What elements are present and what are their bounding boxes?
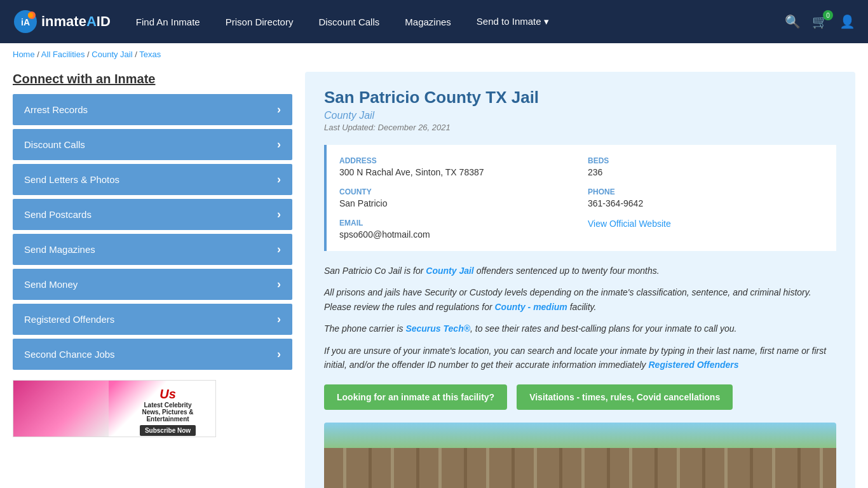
ad-line3: Entertainment: [126, 416, 209, 423]
address-block: ADDRESS 300 N Rachal Ave, Sinton, TX 783…: [339, 156, 575, 177]
header: iA inmateAID Find An Inmate Prison Direc…: [0, 0, 868, 43]
email-block: EMAIL spso600@hotmail.com: [339, 219, 575, 240]
desc2-rest: facility.: [567, 302, 597, 312]
ad-subscribe-button[interactable]: Subscribe Now: [140, 425, 196, 436]
breadcrumb-county-jail[interactable]: County Jail: [92, 50, 132, 59]
nav-links: Find An Inmate Prison Directory Discount…: [136, 16, 766, 27]
arrow-icon: ›: [277, 138, 281, 151]
sidebar-menu: Arrest Records › Discount Calls › Send L…: [13, 94, 292, 370]
nav-discount-calls[interactable]: Discount Calls: [318, 17, 379, 27]
main-content: San Patricio County TX Jail County Jail …: [305, 72, 855, 488]
sidebar-item-send-money[interactable]: Send Money ›: [13, 269, 292, 300]
facility-subtitle: County Jail: [324, 110, 836, 121]
arrow-icon: ›: [277, 313, 281, 326]
sidebar-item-label: Send Postcards: [24, 209, 92, 220]
user-icon[interactable]: 👤: [839, 14, 855, 29]
description-area: San Patricio Co Jail is for County Jail …: [324, 264, 836, 372]
phone-value: 361-364-9642: [588, 198, 824, 208]
breadcrumb-texas[interactable]: Texas: [139, 50, 161, 59]
beds-value: 236: [588, 167, 824, 177]
county-jail-link[interactable]: County Jail: [426, 266, 473, 276]
sidebar: Connect with an Inmate Arrest Records › …: [13, 72, 292, 488]
sidebar-item-label: Discount Calls: [24, 139, 85, 150]
arrow-icon: ›: [277, 208, 281, 221]
arrow-icon: ›: [277, 243, 281, 256]
aerial-image: [324, 423, 836, 488]
sidebar-item-send-letters[interactable]: Send Letters & Photos ›: [13, 164, 292, 195]
info-grid: ADDRESS 300 N Rachal Ave, Sinton, TX 783…: [324, 145, 836, 251]
nav-magazines[interactable]: Magazines: [405, 17, 451, 27]
sidebar-item-send-magazines[interactable]: Send Magazines ›: [13, 234, 292, 265]
cart-icon[interactable]: 🛒 0: [812, 14, 828, 29]
cart-badge: 0: [823, 10, 833, 20]
sidebar-item-label: Second Chance Jobs: [24, 349, 115, 360]
sidebar-item-registered-offenders[interactable]: Registered Offenders ›: [13, 304, 292, 335]
desc-para-1: San Patricio Co Jail is for County Jail …: [324, 264, 836, 278]
header-icons: 🔍 🛒 0 👤: [785, 14, 855, 29]
website-block: View Official Website: [588, 219, 824, 240]
phone-label: PHONE: [588, 187, 824, 196]
securus-link[interactable]: Securus Tech®: [405, 323, 470, 334]
sidebar-item-label: Registered Offenders: [24, 314, 114, 325]
sidebar-item-label: Send Magazines: [24, 244, 95, 255]
connect-title: Connect with an Inmate: [13, 72, 292, 86]
aerial-buildings-overlay: [324, 448, 836, 488]
arrow-icon: ›: [277, 103, 281, 116]
registered-offenders-link[interactable]: Registered Offenders: [648, 360, 738, 370]
ad-banner[interactable]: Us Latest Celebrity News, Pictures & Ent…: [13, 380, 216, 437]
view-official-website-link[interactable]: View Official Website: [588, 219, 671, 229]
sidebar-item-discount-calls[interactable]: Discount Calls ›: [13, 129, 292, 160]
breadcrumb-all-facilities[interactable]: All Facilities: [41, 50, 85, 59]
svg-text:iA: iA: [21, 17, 30, 27]
desc1-rest: offenders sentenced up to twenty four mo…: [474, 266, 660, 276]
desc3-rest: , to see their rates and best-calling pl…: [470, 323, 736, 334]
beds-label: BEDS: [588, 156, 824, 165]
nav-find-inmate[interactable]: Find An Inmate: [136, 17, 200, 27]
ad-brand: Us: [126, 387, 209, 402]
sidebar-item-label: Arrest Records: [24, 104, 88, 115]
logo[interactable]: iA inmateAID: [13, 9, 111, 34]
nav-prison-directory[interactable]: Prison Directory: [226, 17, 294, 27]
beds-block: BEDS 236: [588, 156, 824, 177]
ad-image: [13, 380, 109, 437]
nav-send-to-inmate[interactable]: Send to Inmate ▾: [477, 16, 549, 27]
arrow-icon: ›: [277, 173, 281, 186]
breadcrumb-home[interactable]: Home: [13, 50, 35, 59]
sidebar-item-label: Send Money: [24, 279, 78, 290]
ad-content: Us Latest Celebrity News, Pictures & Ent…: [126, 387, 209, 436]
svg-point-3: [28, 13, 33, 18]
county-label: COUNTY: [339, 187, 575, 196]
county-medium-link[interactable]: County - medium: [494, 302, 567, 312]
sidebar-item-send-postcards[interactable]: Send Postcards ›: [13, 199, 292, 230]
facility-updated: Last Updated: December 26, 2021: [324, 123, 836, 132]
action-buttons: Looking for an inmate at this facility? …: [324, 384, 836, 410]
search-icon[interactable]: 🔍: [785, 14, 801, 29]
sidebar-item-second-chance-jobs[interactable]: Second Chance Jobs ›: [13, 339, 292, 370]
email-value: spso600@hotmail.com: [339, 229, 575, 240]
desc-para-2: All prisons and jails have Security or C…: [324, 285, 836, 314]
phone-block: PHONE 361-364-9642: [588, 187, 824, 208]
address-label: ADDRESS: [339, 156, 575, 165]
desc3-pre: The phone carrier is: [324, 323, 405, 334]
arrow-icon: ›: [277, 348, 281, 361]
facility-title: San Patricio County TX Jail: [324, 88, 836, 107]
desc1-text: San Patricio Co Jail is for: [324, 266, 426, 276]
visitations-button[interactable]: Visitations - times, rules, Covid cancel…: [517, 384, 733, 410]
looking-for-inmate-button[interactable]: Looking for an inmate at this facility?: [324, 384, 507, 410]
desc-para-4: If you are unsure of your inmate's locat…: [324, 344, 836, 372]
county-block: COUNTY San Patricio: [339, 187, 575, 208]
address-value: 300 N Rachal Ave, Sinton, TX 78387: [339, 167, 575, 177]
arrow-icon: ›: [277, 278, 281, 291]
desc4-text: If you are unsure of your inmate's locat…: [324, 346, 826, 370]
ad-line2: News, Pictures &: [126, 409, 209, 416]
ad-line1: Latest Celebrity: [126, 402, 209, 409]
desc-para-3: The phone carrier is Securus Tech®, to s…: [324, 322, 836, 336]
logo-icon: iA: [13, 9, 38, 34]
sidebar-item-arrest-records[interactable]: Arrest Records ›: [13, 94, 292, 125]
breadcrumb: Home / All Facilities / County Jail / Te…: [0, 43, 868, 65]
email-label: EMAIL: [339, 219, 575, 227]
logo-text: inmateAID: [41, 13, 111, 30]
county-value: San Patricio: [339, 198, 575, 208]
main-layout: Connect with an Inmate Arrest Records › …: [0, 65, 868, 488]
sidebar-item-label: Send Letters & Photos: [24, 174, 119, 185]
